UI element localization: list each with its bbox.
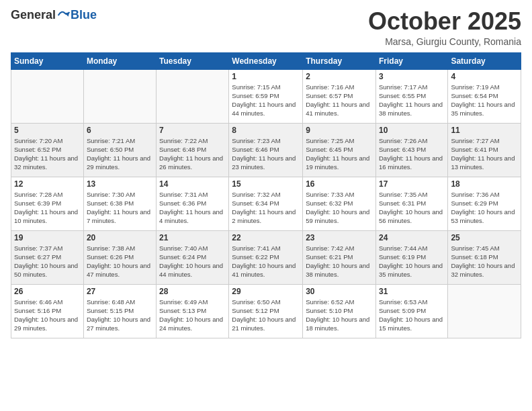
table-row: [11, 69, 84, 123]
table-row: 13Sunrise: 7:30 AMSunset: 6:38 PMDayligh…: [83, 177, 156, 230]
day-info: Sunrise: 7:33 AMSunset: 6:32 PMDaylight:…: [306, 190, 373, 226]
day-info: Sunrise: 6:53 AMSunset: 5:09 PMDaylight:…: [379, 298, 445, 333]
table-row: 31Sunrise: 6:53 AMSunset: 5:09 PMDayligh…: [375, 284, 447, 338]
day-info: Sunrise: 7:21 AMSunset: 6:50 PMDaylight:…: [87, 136, 153, 172]
day-info: Sunrise: 6:49 AMSunset: 5:13 PMDaylight:…: [159, 298, 226, 333]
table-row: 12Sunrise: 7:28 AMSunset: 6:39 PMDayligh…: [11, 177, 84, 230]
day-number: 6: [87, 126, 153, 135]
day-number: 3: [379, 72, 445, 81]
day-info: Sunrise: 7:42 AMSunset: 6:21 PMDaylight:…: [306, 244, 373, 279]
table-row: 27Sunrise: 6:48 AMSunset: 5:15 PMDayligh…: [83, 284, 156, 338]
day-info: Sunrise: 7:23 AMSunset: 6:46 PMDaylight:…: [232, 136, 300, 172]
table-row: 15Sunrise: 7:32 AMSunset: 6:34 PMDayligh…: [229, 177, 303, 230]
day-number: 18: [451, 179, 518, 189]
day-number: 14: [159, 179, 226, 189]
day-number: 19: [14, 233, 81, 242]
calendar-week-row: 5Sunrise: 7:20 AMSunset: 6:52 PMDaylight…: [11, 123, 521, 177]
day-number: 13: [87, 179, 153, 189]
table-row: 23Sunrise: 7:42 AMSunset: 6:21 PMDayligh…: [303, 230, 376, 284]
day-info: Sunrise: 7:40 AMSunset: 6:24 PMDaylight:…: [159, 244, 226, 279]
day-number: 22: [232, 233, 300, 242]
day-info: Sunrise: 6:50 AMSunset: 5:12 PMDaylight:…: [232, 298, 300, 333]
day-number: 31: [379, 287, 445, 296]
header: General Blue October 2025 Marsa, Giurgiu…: [11, 8, 521, 47]
table-row: [448, 284, 521, 338]
day-number: 17: [379, 179, 445, 189]
day-info: Sunrise: 7:22 AMSunset: 6:48 PMDaylight:…: [159, 136, 226, 172]
col-tuesday: Tuesday: [157, 52, 229, 69]
col-thursday: Thursday: [303, 52, 376, 69]
day-info: Sunrise: 7:38 AMSunset: 6:26 PMDaylight:…: [87, 244, 153, 279]
day-number: 30: [306, 287, 373, 296]
day-info: Sunrise: 7:17 AMSunset: 6:55 PMDaylight:…: [379, 83, 445, 118]
day-info: Sunrise: 6:52 AMSunset: 5:10 PMDaylight:…: [306, 298, 373, 333]
day-info: Sunrise: 6:48 AMSunset: 5:15 PMDaylight:…: [87, 298, 153, 333]
table-row: 9Sunrise: 7:25 AMSunset: 6:45 PMDaylight…: [303, 123, 376, 177]
day-info: Sunrise: 7:45 AMSunset: 6:18 PMDaylight:…: [451, 244, 518, 279]
day-number: 1: [232, 72, 300, 81]
day-number: 9: [306, 126, 373, 135]
title-area: October 2025 Marsa, Giurgiu County, Roma…: [368, 8, 521, 47]
calendar-table: Sunday Monday Tuesday Wednesday Thursday…: [11, 52, 521, 338]
table-row: 1Sunrise: 7:15 AMSunset: 6:59 PMDaylight…: [229, 69, 303, 123]
table-row: 24Sunrise: 7:44 AMSunset: 6:19 PMDayligh…: [375, 230, 447, 284]
table-row: 26Sunrise: 6:46 AMSunset: 5:16 PMDayligh…: [11, 284, 84, 338]
table-row: 30Sunrise: 6:52 AMSunset: 5:10 PMDayligh…: [303, 284, 376, 338]
day-info: Sunrise: 7:32 AMSunset: 6:34 PMDaylight:…: [232, 190, 300, 226]
day-number: 5: [14, 126, 81, 135]
day-info: Sunrise: 7:20 AMSunset: 6:52 PMDaylight:…: [14, 136, 81, 172]
day-number: 23: [306, 233, 373, 242]
day-info: Sunrise: 7:30 AMSunset: 6:38 PMDaylight:…: [87, 190, 153, 226]
table-row: 20Sunrise: 7:38 AMSunset: 6:26 PMDayligh…: [83, 230, 156, 284]
day-number: 4: [451, 72, 518, 81]
table-row: 28Sunrise: 6:49 AMSunset: 5:13 PMDayligh…: [157, 284, 229, 338]
table-row: 5Sunrise: 7:20 AMSunset: 6:52 PMDaylight…: [11, 123, 84, 177]
table-row: 4Sunrise: 7:19 AMSunset: 6:54 PMDaylight…: [448, 69, 521, 123]
day-number: 10: [379, 126, 445, 135]
table-row: 11Sunrise: 7:27 AMSunset: 6:41 PMDayligh…: [448, 123, 521, 177]
table-row: 19Sunrise: 7:37 AMSunset: 6:27 PMDayligh…: [11, 230, 84, 284]
day-number: 16: [306, 179, 373, 189]
table-row: 17Sunrise: 7:35 AMSunset: 6:31 PMDayligh…: [375, 177, 447, 230]
day-number: 20: [87, 233, 153, 242]
day-info: Sunrise: 7:31 AMSunset: 6:36 PMDaylight:…: [159, 190, 226, 226]
header-row: Sunday Monday Tuesday Wednesday Thursday…: [11, 52, 521, 69]
day-info: Sunrise: 7:36 AMSunset: 6:29 PMDaylight:…: [451, 190, 518, 226]
logo: General Blue: [11, 8, 97, 22]
day-number: 27: [87, 287, 153, 296]
col-friday: Friday: [375, 52, 447, 69]
day-info: Sunrise: 7:25 AMSunset: 6:45 PMDaylight:…: [306, 136, 373, 172]
table-row: 21Sunrise: 7:40 AMSunset: 6:24 PMDayligh…: [157, 230, 229, 284]
col-sunday: Sunday: [11, 52, 84, 69]
table-row: [83, 69, 156, 123]
col-monday: Monday: [83, 52, 156, 69]
day-number: 24: [379, 233, 445, 242]
calendar-week-row: 19Sunrise: 7:37 AMSunset: 6:27 PMDayligh…: [11, 230, 521, 284]
table-row: 3Sunrise: 7:17 AMSunset: 6:55 PMDaylight…: [375, 69, 447, 123]
table-row: 29Sunrise: 6:50 AMSunset: 5:12 PMDayligh…: [229, 284, 303, 338]
table-row: 16Sunrise: 7:33 AMSunset: 6:32 PMDayligh…: [303, 177, 376, 230]
table-row: 6Sunrise: 7:21 AMSunset: 6:50 PMDaylight…: [83, 123, 156, 177]
day-info: Sunrise: 6:46 AMSunset: 5:16 PMDaylight:…: [14, 298, 81, 333]
col-wednesday: Wednesday: [229, 52, 303, 69]
logo-general-text: General: [11, 8, 56, 22]
day-number: 28: [159, 287, 226, 296]
day-number: 26: [14, 287, 81, 296]
calendar-week-row: 26Sunrise: 6:46 AMSunset: 5:16 PMDayligh…: [11, 284, 521, 338]
day-info: Sunrise: 7:26 AMSunset: 6:43 PMDaylight:…: [379, 136, 445, 172]
logo-blue-text: Blue: [71, 8, 97, 22]
day-info: Sunrise: 7:15 AMSunset: 6:59 PMDaylight:…: [232, 83, 300, 118]
day-info: Sunrise: 7:16 AMSunset: 6:57 PMDaylight:…: [306, 83, 373, 118]
col-saturday: Saturday: [448, 52, 521, 69]
calendar-week-row: 12Sunrise: 7:28 AMSunset: 6:39 PMDayligh…: [11, 177, 521, 230]
day-number: 2: [306, 72, 373, 81]
day-number: 7: [159, 126, 226, 135]
logo-icon: [57, 9, 71, 22]
table-row: 2Sunrise: 7:16 AMSunset: 6:57 PMDaylight…: [303, 69, 376, 123]
table-row: 14Sunrise: 7:31 AMSunset: 6:36 PMDayligh…: [157, 177, 229, 230]
day-number: 29: [232, 287, 300, 296]
day-info: Sunrise: 7:27 AMSunset: 6:41 PMDaylight:…: [451, 136, 518, 172]
table-row: 25Sunrise: 7:45 AMSunset: 6:18 PMDayligh…: [448, 230, 521, 284]
subtitle: Marsa, Giurgiu County, Romania: [368, 36, 521, 47]
table-row: 8Sunrise: 7:23 AMSunset: 6:46 PMDaylight…: [229, 123, 303, 177]
